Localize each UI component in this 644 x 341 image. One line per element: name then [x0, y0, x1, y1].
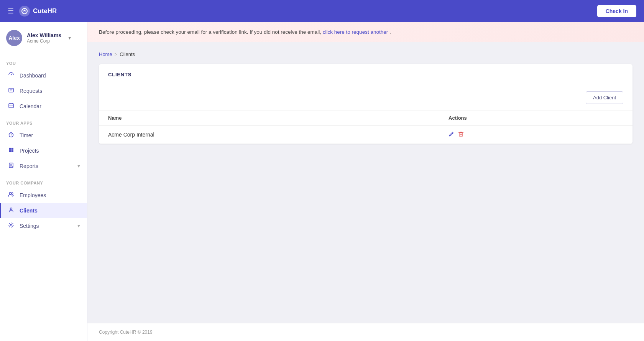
sidebar: Alex Alex Williams Acme Corp ▼ You Dashb… — [0, 22, 87, 341]
timer-label: Timer — [20, 132, 33, 138]
client-name: Acme Corp Internal — [99, 126, 439, 144]
calendar-icon — [7, 102, 15, 110]
table-head: Name Actions — [99, 110, 632, 126]
requests-icon — [7, 87, 15, 95]
section-label-yourcompany: Your Company — [0, 174, 87, 188]
svg-rect-3 — [9, 104, 13, 108]
logo-icon — [19, 6, 30, 16]
reports-icon — [7, 162, 15, 170]
clients-label: Clients — [20, 208, 38, 214]
calendar-label: Calendar — [20, 103, 41, 109]
user-info: Alex Williams Acme Corp — [27, 32, 61, 44]
svg-rect-5 — [9, 148, 11, 150]
column-header-name: Name — [99, 110, 439, 126]
user-chevron-icon: ▼ — [67, 36, 72, 40]
svg-rect-2 — [9, 88, 13, 92]
svg-point-11 — [12, 193, 13, 194]
reports-label: Reports — [20, 163, 38, 169]
logo-text: CuteHR — [33, 7, 57, 15]
breadcrumb-current: Clients — [120, 51, 135, 57]
breadcrumb-home[interactable]: Home — [99, 51, 112, 57]
user-name: Alex Williams — [27, 32, 61, 38]
table-header-row: Name Actions — [99, 110, 632, 126]
banner-link[interactable]: click here to request another — [323, 29, 388, 35]
top-navigation: ☰ CuteHR Check In — [0, 0, 644, 22]
sidebar-item-timer[interactable]: Timer — [0, 128, 87, 143]
svg-point-0 — [22, 8, 27, 14]
add-client-button[interactable]: Add Client — [586, 91, 623, 104]
user-company: Acme Corp — [27, 38, 61, 44]
breadcrumb-separator: > — [115, 51, 118, 57]
requests-label: Requests — [20, 88, 42, 94]
projects-label: Projects — [20, 148, 39, 154]
clients-title: CLIENTS — [108, 72, 131, 77]
sidebar-item-employees[interactable]: Employees — [0, 188, 87, 203]
reports-chevron-icon: ▼ — [77, 164, 81, 168]
timer-icon — [7, 132, 15, 139]
sidebar-item-settings[interactable]: Settings ▼ — [0, 218, 87, 234]
sidebar-user[interactable]: Alex Alex Williams Acme Corp ▼ — [0, 22, 87, 54]
nav-left: ☰ CuteHR — [8, 6, 57, 16]
breadcrumb: Home > Clients — [99, 51, 632, 57]
sidebar-item-requests[interactable]: Requests — [0, 83, 87, 99]
table-row: Acme Corp Internal — [99, 126, 632, 144]
hamburger-icon[interactable]: ☰ — [8, 7, 14, 15]
delete-client-icon[interactable] — [458, 131, 464, 138]
svg-rect-6 — [12, 148, 14, 150]
main-content: Before proceeding, please check your ema… — [87, 22, 644, 341]
svg-point-12 — [10, 208, 12, 210]
edit-client-icon[interactable] — [449, 131, 454, 138]
clients-table: Name Actions Acme Corp Internal — [99, 110, 632, 144]
clients-toolbar: Add Client — [99, 85, 632, 110]
svg-rect-14 — [459, 133, 463, 136]
verification-banner: Before proceeding, please check your ema… — [87, 22, 644, 42]
sidebar-item-projects[interactable]: Projects — [0, 143, 87, 158]
settings-label: Settings — [20, 223, 39, 229]
section-label-you: You — [0, 54, 87, 68]
logo-area: CuteHR — [19, 6, 57, 16]
settings-chevron-icon: ▼ — [77, 224, 81, 228]
settings-icon — [7, 222, 15, 230]
svg-point-13 — [10, 224, 12, 226]
sidebar-item-clients[interactable]: Clients — [0, 203, 87, 218]
banner-message-after: . — [389, 29, 391, 35]
footer: Copyright CuteHR © 2019 — [87, 323, 644, 341]
projects-icon — [7, 147, 15, 155]
client-actions-cell — [439, 126, 632, 144]
sidebar-item-dashboard[interactable]: Dashboard — [0, 68, 87, 83]
checkin-button[interactable]: Check In — [597, 5, 636, 17]
dashboard-label: Dashboard — [20, 72, 46, 79]
main-layout: Alex Alex Williams Acme Corp ▼ You Dashb… — [0, 22, 644, 341]
nav-right: Check In — [597, 5, 636, 17]
dashboard-icon — [7, 72, 15, 79]
employees-label: Employees — [20, 192, 46, 198]
banner-message-before: Before proceeding, please check your ema… — [99, 29, 321, 35]
table-body: Acme Corp Internal — [99, 126, 632, 144]
footer-text: Copyright CuteHR © 2019 — [99, 329, 153, 335]
svg-point-1 — [11, 74, 12, 75]
column-header-actions: Actions — [439, 110, 632, 126]
svg-point-10 — [10, 193, 12, 194]
svg-rect-8 — [12, 150, 14, 153]
clients-card-header: CLIENTS — [99, 64, 632, 85]
sidebar-item-reports[interactable]: Reports ▼ — [0, 158, 87, 174]
avatar: Alex — [6, 30, 22, 46]
clients-icon — [7, 207, 15, 214]
sidebar-item-calendar[interactable]: Calendar — [0, 99, 87, 114]
actions-cell — [449, 131, 623, 138]
clients-card: CLIENTS Add Client Name Actions Acme Cor — [99, 64, 632, 144]
section-label-yourapps: Your Apps — [0, 114, 87, 128]
svg-rect-7 — [9, 150, 11, 153]
employees-icon — [7, 191, 15, 199]
content-area: Home > Clients CLIENTS Add Client Name A… — [87, 42, 644, 323]
